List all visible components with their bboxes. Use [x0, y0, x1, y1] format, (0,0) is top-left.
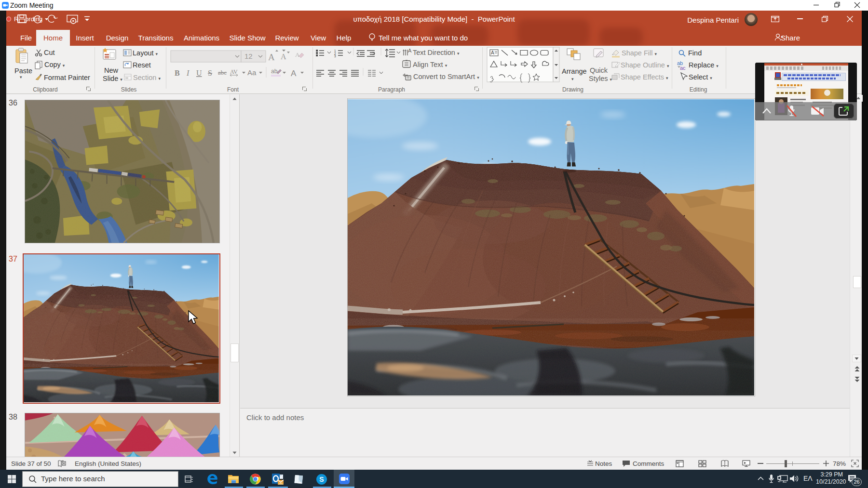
svg-text:abc: abc: [218, 69, 227, 76]
svg-text:A: A: [281, 53, 286, 61]
svg-text:ab: ab: [271, 68, 278, 75]
svg-text:B: B: [175, 69, 180, 77]
svg-text:ac: ac: [680, 65, 686, 71]
svg-text:A: A: [491, 50, 494, 55]
svg-text:U: U: [196, 69, 202, 77]
svg-text:A: A: [268, 52, 275, 62]
svg-text:A: A: [408, 48, 412, 53]
svg-text:I: I: [186, 69, 190, 77]
svg-text:S: S: [319, 475, 324, 483]
svg-text:Aa: Aa: [247, 68, 257, 77]
svg-text:S: S: [208, 69, 212, 77]
svg-text:3: 3: [334, 54, 336, 58]
svg-text:A: A: [295, 51, 300, 58]
svg-text:A: A: [291, 69, 297, 78]
svg-text:12: 12: [244, 52, 253, 60]
